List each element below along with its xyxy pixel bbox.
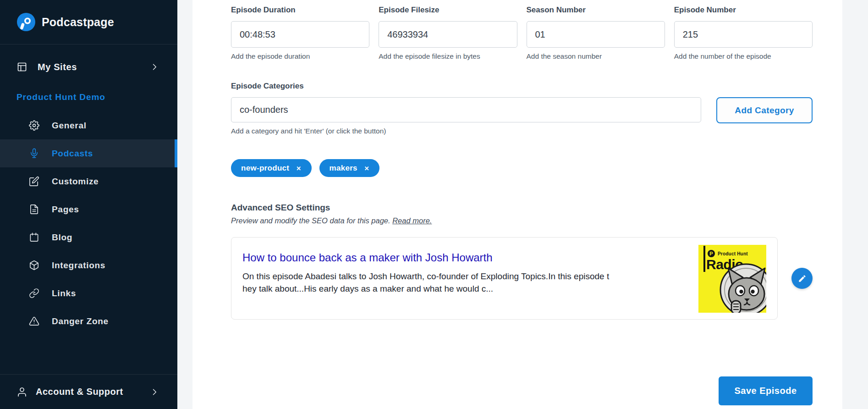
episode-form-card: Episode Duration Add the episode duratio… — [192, 0, 842, 409]
episode-meta-fields-row: Episode Duration Add the episode duratio… — [231, 6, 813, 61]
episode-artwork-image: P Product Hunt Radio — [698, 245, 766, 313]
categories-label: Episode Categories — [231, 82, 813, 91]
podcastpage-logo-icon — [16, 12, 36, 32]
field-hint: Add the season number — [527, 52, 665, 61]
chevron-right-icon — [150, 387, 159, 397]
field-hint: Add the number of the episode — [674, 52, 813, 61]
warning-triangle-icon — [29, 316, 39, 326]
sidebar-item-customize[interactable]: Customize — [0, 167, 177, 195]
seo-heading: Advanced SEO Settings — [231, 203, 813, 213]
field-episode-filesize: Episode Filesize Add the episode filesiz… — [379, 6, 517, 61]
field-label: Season Number — [527, 6, 665, 15]
seo-description-line: hey talk about...His early days as a mak… — [242, 282, 688, 295]
sidebar: Podcastpage My Sites Product Hunt Demo G… — [0, 0, 177, 409]
sidebar-item-pages[interactable]: Pages — [0, 195, 177, 223]
sidebar-item-general[interactable]: General — [0, 111, 177, 139]
seo-description-line: On this episode Abadesi talks to Josh Ho… — [242, 270, 688, 282]
category-tag: makers ✕ — [319, 159, 380, 177]
gear-icon — [29, 120, 39, 131]
sidebar-item-links[interactable]: Links — [0, 279, 177, 307]
remove-tag-icon[interactable]: ✕ — [296, 165, 301, 171]
sites-grid-icon — [16, 61, 27, 72]
tag-label: new-product — [241, 164, 289, 173]
sidebar-item-blog[interactable]: Blog — [0, 223, 177, 251]
chevron-right-icon — [150, 62, 159, 72]
field-label: Episode Number — [674, 6, 813, 15]
link-icon — [29, 288, 39, 298]
episode-duration-input[interactable] — [231, 21, 369, 48]
categories-hint: Add a category and hit 'Enter' (or click… — [231, 127, 701, 135]
episode-number-input[interactable] — [674, 21, 813, 48]
product-hunt-p-icon: P — [708, 250, 715, 257]
field-hint: Add the episode duration — [231, 52, 369, 61]
sidebar-item-podcasts[interactable]: Podcasts — [0, 139, 177, 167]
main-area: Episode Duration Add the episode duratio… — [177, 0, 868, 409]
season-number-input[interactable] — [527, 21, 665, 48]
cat-illustration — [719, 262, 766, 313]
episode-filesize-input[interactable] — [379, 21, 517, 48]
advanced-seo-section: Advanced SEO Settings Preview and modify… — [231, 203, 813, 320]
pencil-icon — [798, 274, 807, 283]
seo-preview-description: On this episode Abadesi talks to Josh Ho… — [242, 270, 688, 295]
category-tags-row: new-product ✕ makers ✕ — [231, 159, 813, 177]
sidebar-item-account-support[interactable]: Account & Support — [0, 374, 177, 409]
nav-label: Links — [52, 288, 76, 298]
remove-tag-icon[interactable]: ✕ — [364, 165, 369, 171]
field-season-number: Season Number Add the season number — [527, 6, 665, 61]
current-site-name[interactable]: Product Hunt Demo — [0, 79, 177, 106]
field-label: Episode Filesize — [379, 6, 517, 15]
edit-seo-button[interactable] — [791, 268, 813, 289]
episode-categories-section: Episode Categories Add a category and hi… — [231, 82, 813, 177]
nav-label: Integrations — [52, 260, 105, 271]
nav-label: Customize — [52, 177, 99, 187]
save-episode-button[interactable]: Save Episode — [719, 376, 813, 405]
seo-subtext: Preview and modify the SEO data for this… — [231, 216, 813, 225]
brand-name: Podcastpage — [42, 16, 114, 29]
microphone-icon — [29, 148, 39, 159]
categories-input-wrap: Add a category and hit 'Enter' (or click… — [231, 97, 701, 135]
sidebar-item-integrations[interactable]: Integrations — [0, 251, 177, 279]
nav-label: Blog — [52, 232, 72, 243]
nav-label: General — [52, 121, 87, 131]
tag-label: makers — [330, 164, 357, 173]
nav-label: Danger Zone — [52, 316, 109, 326]
nav-label: Podcasts — [52, 149, 93, 159]
document-icon — [29, 204, 39, 215]
user-icon — [16, 387, 27, 398]
seo-preview-title: How to bounce back as a maker with Josh … — [242, 251, 688, 264]
sidebar-spacer — [0, 335, 177, 374]
read-more-link[interactable]: Read more. — [392, 216, 432, 225]
artwork-accent-line — [703, 246, 705, 272]
seo-preview-row: How to bounce back as a maker with Josh … — [231, 237, 813, 320]
field-episode-number: Episode Number Add the number of the epi… — [674, 6, 813, 61]
seo-subtext-body: Preview and modify the SEO data for this… — [231, 216, 390, 225]
field-episode-duration: Episode Duration Add the episode duratio… — [231, 6, 369, 61]
edit-pencil-icon — [29, 176, 39, 187]
calendar-icon — [29, 232, 39, 243]
nav-label: Pages — [52, 204, 79, 215]
field-hint: Add the episode filesize in bytes — [379, 52, 517, 61]
account-support-label: Account & Support — [36, 387, 123, 397]
form-footer: Save Episode — [231, 376, 813, 405]
category-tag: new-product ✕ — [231, 159, 312, 177]
categories-row: Add a category and hit 'Enter' (or click… — [231, 97, 813, 135]
sidebar-item-my-sites[interactable]: My Sites — [0, 55, 177, 79]
brand-logo-row[interactable]: Podcastpage — [0, 0, 177, 44]
package-icon — [29, 260, 39, 271]
sidebar-nav: General Podcasts Customize Pages Blog In… — [0, 111, 177, 335]
artwork-brand-text: Product Hunt — [718, 251, 748, 256]
category-input[interactable] — [231, 97, 701, 122]
my-sites-label: My Sites — [38, 62, 77, 72]
add-category-button[interactable]: Add Category — [716, 97, 813, 123]
field-label: Episode Duration — [231, 6, 369, 15]
seo-preview-card: How to bounce back as a maker with Josh … — [231, 237, 778, 320]
product-hunt-logo: P Product Hunt — [708, 250, 748, 257]
sidebar-item-danger-zone[interactable]: Danger Zone — [0, 307, 177, 335]
